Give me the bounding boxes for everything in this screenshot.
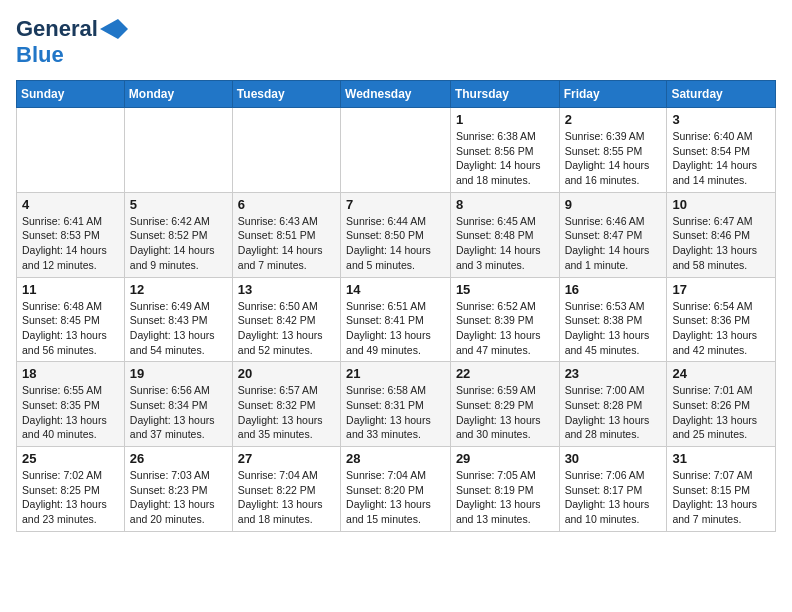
week-row-4: 18Sunrise: 6:55 AMSunset: 8:35 PMDayligh… <box>17 362 776 447</box>
day-info: Sunrise: 6:57 AMSunset: 8:32 PMDaylight:… <box>238 383 335 442</box>
day-number: 16 <box>565 282 662 297</box>
day-info: Sunrise: 6:41 AMSunset: 8:53 PMDaylight:… <box>22 214 119 273</box>
calendar-cell: 7Sunrise: 6:44 AMSunset: 8:50 PMDaylight… <box>341 192 451 277</box>
day-number: 15 <box>456 282 554 297</box>
day-info: Sunrise: 6:54 AMSunset: 8:36 PMDaylight:… <box>672 299 770 358</box>
day-info: Sunrise: 6:58 AMSunset: 8:31 PMDaylight:… <box>346 383 445 442</box>
calendar-cell: 23Sunrise: 7:00 AMSunset: 8:28 PMDayligh… <box>559 362 667 447</box>
calendar-cell: 10Sunrise: 6:47 AMSunset: 8:46 PMDayligh… <box>667 192 776 277</box>
calendar-cell: 16Sunrise: 6:53 AMSunset: 8:38 PMDayligh… <box>559 277 667 362</box>
day-number: 13 <box>238 282 335 297</box>
day-info: Sunrise: 6:53 AMSunset: 8:38 PMDaylight:… <box>565 299 662 358</box>
calendar-cell: 17Sunrise: 6:54 AMSunset: 8:36 PMDayligh… <box>667 277 776 362</box>
calendar-cell: 5Sunrise: 6:42 AMSunset: 8:52 PMDaylight… <box>124 192 232 277</box>
day-number: 10 <box>672 197 770 212</box>
calendar-cell: 13Sunrise: 6:50 AMSunset: 8:42 PMDayligh… <box>232 277 340 362</box>
day-info: Sunrise: 7:03 AMSunset: 8:23 PMDaylight:… <box>130 468 227 527</box>
day-number: 22 <box>456 366 554 381</box>
day-info: Sunrise: 7:04 AMSunset: 8:22 PMDaylight:… <box>238 468 335 527</box>
day-number: 21 <box>346 366 445 381</box>
day-info: Sunrise: 6:45 AMSunset: 8:48 PMDaylight:… <box>456 214 554 273</box>
day-info: Sunrise: 6:42 AMSunset: 8:52 PMDaylight:… <box>130 214 227 273</box>
day-number: 9 <box>565 197 662 212</box>
day-number: 2 <box>565 112 662 127</box>
day-number: 12 <box>130 282 227 297</box>
day-info: Sunrise: 6:40 AMSunset: 8:54 PMDaylight:… <box>672 129 770 188</box>
day-header-wednesday: Wednesday <box>341 81 451 108</box>
day-number: 20 <box>238 366 335 381</box>
day-info: Sunrise: 6:50 AMSunset: 8:42 PMDaylight:… <box>238 299 335 358</box>
calendar-cell: 18Sunrise: 6:55 AMSunset: 8:35 PMDayligh… <box>17 362 125 447</box>
day-info: Sunrise: 6:52 AMSunset: 8:39 PMDaylight:… <box>456 299 554 358</box>
day-number: 29 <box>456 451 554 466</box>
day-number: 30 <box>565 451 662 466</box>
calendar-cell: 11Sunrise: 6:48 AMSunset: 8:45 PMDayligh… <box>17 277 125 362</box>
day-number: 23 <box>565 366 662 381</box>
day-number: 7 <box>346 197 445 212</box>
calendar-cell <box>124 108 232 193</box>
day-info: Sunrise: 7:04 AMSunset: 8:20 PMDaylight:… <box>346 468 445 527</box>
calendar-cell: 20Sunrise: 6:57 AMSunset: 8:32 PMDayligh… <box>232 362 340 447</box>
calendar-cell: 24Sunrise: 7:01 AMSunset: 8:26 PMDayligh… <box>667 362 776 447</box>
calendar-cell: 28Sunrise: 7:04 AMSunset: 8:20 PMDayligh… <box>341 447 451 532</box>
calendar-cell: 4Sunrise: 6:41 AMSunset: 8:53 PMDaylight… <box>17 192 125 277</box>
day-number: 11 <box>22 282 119 297</box>
day-number: 27 <box>238 451 335 466</box>
day-number: 19 <box>130 366 227 381</box>
calendar-cell: 2Sunrise: 6:39 AMSunset: 8:55 PMDaylight… <box>559 108 667 193</box>
week-row-1: 1Sunrise: 6:38 AMSunset: 8:56 PMDaylight… <box>17 108 776 193</box>
day-info: Sunrise: 6:38 AMSunset: 8:56 PMDaylight:… <box>456 129 554 188</box>
day-header-saturday: Saturday <box>667 81 776 108</box>
day-info: Sunrise: 6:44 AMSunset: 8:50 PMDaylight:… <box>346 214 445 273</box>
day-number: 31 <box>672 451 770 466</box>
calendar-cell: 30Sunrise: 7:06 AMSunset: 8:17 PMDayligh… <box>559 447 667 532</box>
logo: General Blue <box>16 16 128 68</box>
day-info: Sunrise: 7:02 AMSunset: 8:25 PMDaylight:… <box>22 468 119 527</box>
calendar-cell: 26Sunrise: 7:03 AMSunset: 8:23 PMDayligh… <box>124 447 232 532</box>
day-number: 1 <box>456 112 554 127</box>
day-info: Sunrise: 6:51 AMSunset: 8:41 PMDaylight:… <box>346 299 445 358</box>
calendar-cell: 8Sunrise: 6:45 AMSunset: 8:48 PMDaylight… <box>450 192 559 277</box>
day-info: Sunrise: 6:59 AMSunset: 8:29 PMDaylight:… <box>456 383 554 442</box>
day-number: 5 <box>130 197 227 212</box>
calendar-cell <box>232 108 340 193</box>
day-number: 14 <box>346 282 445 297</box>
week-row-3: 11Sunrise: 6:48 AMSunset: 8:45 PMDayligh… <box>17 277 776 362</box>
calendar-cell: 25Sunrise: 7:02 AMSunset: 8:25 PMDayligh… <box>17 447 125 532</box>
calendar-cell: 9Sunrise: 6:46 AMSunset: 8:47 PMDaylight… <box>559 192 667 277</box>
day-number: 26 <box>130 451 227 466</box>
week-row-2: 4Sunrise: 6:41 AMSunset: 8:53 PMDaylight… <box>17 192 776 277</box>
calendar-cell: 29Sunrise: 7:05 AMSunset: 8:19 PMDayligh… <box>450 447 559 532</box>
calendar-cell: 6Sunrise: 6:43 AMSunset: 8:51 PMDaylight… <box>232 192 340 277</box>
logo-bird-icon <box>100 19 128 39</box>
day-number: 8 <box>456 197 554 212</box>
week-row-5: 25Sunrise: 7:02 AMSunset: 8:25 PMDayligh… <box>17 447 776 532</box>
day-header-friday: Friday <box>559 81 667 108</box>
calendar-cell: 21Sunrise: 6:58 AMSunset: 8:31 PMDayligh… <box>341 362 451 447</box>
calendar-cell <box>17 108 125 193</box>
calendar-table: SundayMondayTuesdayWednesdayThursdayFrid… <box>16 80 776 532</box>
day-number: 6 <box>238 197 335 212</box>
calendar-cell: 31Sunrise: 7:07 AMSunset: 8:15 PMDayligh… <box>667 447 776 532</box>
day-info: Sunrise: 6:55 AMSunset: 8:35 PMDaylight:… <box>22 383 119 442</box>
logo-blue: Blue <box>16 42 64 67</box>
day-number: 24 <box>672 366 770 381</box>
day-number: 28 <box>346 451 445 466</box>
calendar-cell: 14Sunrise: 6:51 AMSunset: 8:41 PMDayligh… <box>341 277 451 362</box>
calendar-cell <box>341 108 451 193</box>
calendar-cell: 27Sunrise: 7:04 AMSunset: 8:22 PMDayligh… <box>232 447 340 532</box>
calendar-header-row: SundayMondayTuesdayWednesdayThursdayFrid… <box>17 81 776 108</box>
calendar-cell: 12Sunrise: 6:49 AMSunset: 8:43 PMDayligh… <box>124 277 232 362</box>
day-info: Sunrise: 6:56 AMSunset: 8:34 PMDaylight:… <box>130 383 227 442</box>
page-header: General Blue <box>16 16 776 68</box>
day-info: Sunrise: 7:00 AMSunset: 8:28 PMDaylight:… <box>565 383 662 442</box>
calendar-cell: 1Sunrise: 6:38 AMSunset: 8:56 PMDaylight… <box>450 108 559 193</box>
day-info: Sunrise: 7:01 AMSunset: 8:26 PMDaylight:… <box>672 383 770 442</box>
day-header-tuesday: Tuesday <box>232 81 340 108</box>
day-number: 17 <box>672 282 770 297</box>
day-info: Sunrise: 6:46 AMSunset: 8:47 PMDaylight:… <box>565 214 662 273</box>
day-number: 18 <box>22 366 119 381</box>
calendar-cell: 3Sunrise: 6:40 AMSunset: 8:54 PMDaylight… <box>667 108 776 193</box>
day-info: Sunrise: 7:06 AMSunset: 8:17 PMDaylight:… <box>565 468 662 527</box>
calendar-cell: 19Sunrise: 6:56 AMSunset: 8:34 PMDayligh… <box>124 362 232 447</box>
